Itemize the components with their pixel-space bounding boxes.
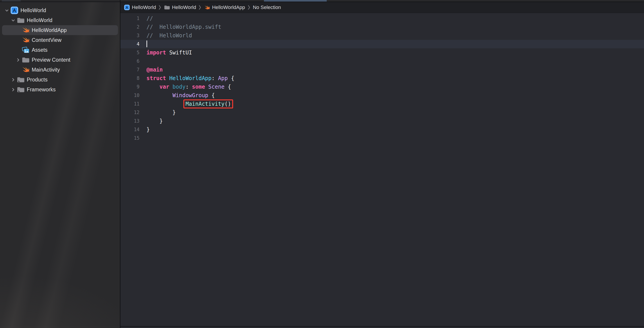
chevron-down-icon[interactable] bbox=[10, 15, 16, 25]
line-source[interactable]: var body: some Scene { bbox=[140, 82, 231, 91]
token-keyword: struct bbox=[146, 75, 166, 82]
token-keyword: var bbox=[160, 84, 169, 90]
sidebar-item-mainactivity[interactable]: MainActivity bbox=[2, 65, 118, 75]
token-comment: // HelloWorld bbox=[146, 32, 192, 39]
token-plain: { bbox=[208, 92, 215, 98]
xcode-window: HelloWorldHelloWorldHelloWorldAppContent… bbox=[0, 0, 644, 328]
line-source[interactable]: import SwiftUI bbox=[140, 48, 192, 57]
swift-icon bbox=[22, 26, 30, 34]
line-number[interactable]: 1 bbox=[120, 16, 140, 21]
code-line-6[interactable]: 6 bbox=[120, 57, 644, 66]
sidebar-item-assets[interactable]: Assets bbox=[2, 45, 118, 55]
sidebar-item-products[interactable]: Products bbox=[2, 75, 118, 84]
line-number[interactable]: 15 bbox=[120, 136, 140, 141]
code-line-7[interactable]: 7@main bbox=[120, 66, 644, 74]
breadcrumb-segment-no-selection[interactable]: No Selection bbox=[253, 4, 281, 10]
project-tree: HelloWorldHelloWorldHelloWorldAppContent… bbox=[0, 2, 120, 94]
line-source[interactable]: MainActivity() bbox=[140, 100, 231, 108]
swift-icon bbox=[22, 36, 30, 44]
line-source[interactable]: } bbox=[140, 117, 163, 125]
sidebar-item-label: Preview Content bbox=[32, 57, 70, 63]
line-source[interactable]: WindowGroup { bbox=[140, 91, 215, 100]
breadcrumb-segment-helloworld[interactable]: HelloWorld bbox=[164, 4, 196, 10]
line-number[interactable]: 9 bbox=[120, 84, 140, 90]
line-number[interactable]: 12 bbox=[120, 110, 140, 115]
sidebar-item-frameworks[interactable]: Frameworks bbox=[2, 84, 118, 94]
token-type_project: MainActivity bbox=[186, 101, 224, 107]
line-number[interactable]: 14 bbox=[120, 127, 140, 132]
chevron-spacer bbox=[15, 35, 22, 45]
line-source[interactable]: // HelloWorld bbox=[140, 31, 192, 40]
code-line-12[interactable]: 12 } bbox=[120, 108, 644, 117]
line-number[interactable]: 13 bbox=[120, 118, 140, 124]
token-member_decl: body bbox=[172, 84, 186, 90]
code-line-10[interactable]: 10 WindowGroup { bbox=[120, 91, 644, 100]
line-number[interactable]: 10 bbox=[120, 93, 140, 98]
code-line-8[interactable]: 8struct HelloWorldApp: App { bbox=[120, 74, 644, 82]
token-keyword: import bbox=[146, 50, 166, 56]
token-type_other: Scene bbox=[208, 84, 224, 90]
source-editor[interactable]: 1//2// HelloWorldApp.swift3// HelloWorld… bbox=[120, 13, 644, 326]
folder-badge-icon bbox=[16, 85, 25, 94]
swift-icon bbox=[204, 4, 210, 10]
token-type_other: App bbox=[218, 75, 228, 82]
line-number[interactable]: 2 bbox=[120, 24, 140, 30]
line-source[interactable]: } bbox=[140, 108, 176, 117]
code-line-11[interactable]: 11 MainActivity() bbox=[120, 100, 644, 108]
breadcrumb-separator-icon bbox=[158, 4, 161, 10]
folder-icon bbox=[164, 4, 170, 10]
line-source[interactable]: // bbox=[140, 14, 153, 23]
sidebar-editor-divider[interactable] bbox=[120, 0, 120, 328]
code-line-4[interactable]: 4 bbox=[120, 40, 644, 48]
token-plain: : bbox=[212, 75, 218, 82]
sidebar-item-label: MainActivity bbox=[32, 67, 60, 73]
chevron-right-icon[interactable] bbox=[15, 55, 22, 65]
code-line-5[interactable]: 5import SwiftUI bbox=[120, 48, 644, 57]
project-navigator: HelloWorldHelloWorldHelloWorldAppContent… bbox=[0, 2, 120, 328]
sidebar-item-label: HelloWorldApp bbox=[32, 27, 67, 33]
chevron-spacer bbox=[15, 65, 22, 75]
sidebar-item-preview-content[interactable]: Preview Content bbox=[2, 55, 118, 65]
tab-edge-highlight bbox=[2, 0, 21, 2]
token-type_decl: HelloWorldApp bbox=[169, 75, 212, 82]
chevron-right-icon[interactable] bbox=[10, 84, 16, 94]
sidebar-item-helloworldapp[interactable]: HelloWorldApp bbox=[2, 25, 118, 35]
line-source[interactable]: // HelloWorldApp.swift bbox=[140, 23, 221, 31]
chevron-spacer bbox=[15, 45, 22, 55]
line-number[interactable]: 11 bbox=[120, 101, 140, 107]
line-number[interactable]: 4 bbox=[120, 42, 140, 47]
sidebar-item-label: ContentView bbox=[32, 37, 62, 43]
code-view[interactable]: 1//2// HelloWorldApp.swift3// HelloWorld… bbox=[120, 13, 644, 142]
text-cursor bbox=[146, 40, 147, 47]
code-line-3[interactable]: 3// HelloWorld bbox=[120, 31, 644, 40]
code-line-13[interactable]: 13 } bbox=[120, 117, 644, 125]
code-line-2[interactable]: 2// HelloWorldApp.swift bbox=[120, 23, 644, 31]
code-line-1[interactable]: 1// bbox=[120, 14, 644, 23]
breadcrumb-separator-icon bbox=[198, 4, 202, 10]
breadcrumb-segment-helloworld[interactable]: HelloWorld bbox=[124, 4, 156, 10]
error-highlight-box: MainActivity() bbox=[186, 100, 231, 108]
line-number[interactable]: 7 bbox=[120, 67, 140, 72]
token-plain: : bbox=[186, 84, 192, 90]
breadcrumb-label: HelloWorld bbox=[172, 4, 196, 10]
chevron-right-icon[interactable] bbox=[10, 75, 16, 84]
line-number[interactable]: 5 bbox=[120, 50, 140, 55]
sidebar-item-helloworld[interactable]: HelloWorld bbox=[2, 15, 118, 25]
sidebar-item-contentview[interactable]: ContentView bbox=[2, 35, 118, 45]
line-source[interactable]: struct HelloWorldApp: App { bbox=[140, 74, 234, 82]
breadcrumb-segment-helloworldapp[interactable]: HelloWorldApp bbox=[204, 4, 245, 10]
code-line-15[interactable]: 15 bbox=[120, 134, 644, 142]
sidebar-item-helloworld[interactable]: HelloWorld bbox=[2, 6, 118, 15]
code-line-14[interactable]: 14} bbox=[120, 125, 644, 134]
code-line-9[interactable]: 9 var body: some Scene { bbox=[120, 82, 644, 91]
sidebar-item-label: Assets bbox=[32, 47, 48, 53]
line-source[interactable] bbox=[140, 40, 147, 48]
line-source[interactable]: @main bbox=[140, 66, 163, 74]
line-number[interactable]: 6 bbox=[120, 58, 140, 64]
line-number[interactable]: 3 bbox=[120, 33, 140, 38]
line-number[interactable]: 8 bbox=[120, 76, 140, 81]
chevron-down-icon[interactable] bbox=[4, 6, 10, 15]
token-comment: // HelloWorldApp.swift bbox=[146, 24, 221, 30]
line-source[interactable]: } bbox=[140, 125, 150, 134]
token-keyword: @main bbox=[146, 66, 163, 73]
